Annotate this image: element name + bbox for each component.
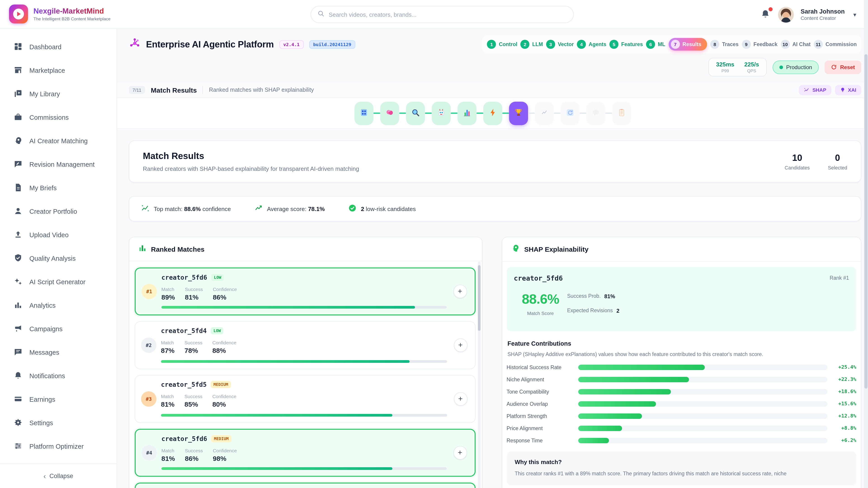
why-match-title: Why this match? [515,459,848,465]
brain-icon [385,108,394,119]
user-cluster: Sarah Johnson Content Creator ▾ [761,0,856,29]
sidebar-item-label: Notifications [29,372,65,380]
tune-icon [13,441,23,452]
search-input[interactable] [329,11,567,18]
feature-row-historical-success-rate: Historical Success Rate +25.4% [506,364,856,370]
sidebar-item-quality-analysis[interactable]: Quality Analysis [0,247,117,270]
sidebar-item-campaigns[interactable]: Campaigns [0,317,117,341]
sidebar-item-dashboard[interactable]: Dashboard [0,35,117,59]
clipboard-icon [617,108,626,119]
trophy-icon [514,108,523,119]
rank-card-3[interactable]: #3 creator_5fd5 MEDIUM Match81% Success8… [135,375,475,423]
magnifier-icon [411,108,420,119]
hub-icon [129,37,141,51]
pipeline-brain-icon[interactable] [380,101,399,125]
sidebar-item-ai-creator-matching[interactable]: AI Creator Matching [0,129,117,153]
sidebar-item-label: Platform Optimizer [29,443,84,450]
control-panel-icon [359,108,368,119]
pipeline-magnifier-icon[interactable] [406,101,425,125]
chart-up-icon [539,108,549,119]
sidebar-item-settings[interactable]: Settings [0,411,117,435]
match-progress-track [161,306,446,308]
speech-icon [591,108,600,119]
average-score-insight: Average score: 78.1% [254,204,324,214]
add-candidate-button[interactable]: + [454,338,467,352]
list-scrollbar[interactable] [477,262,480,488]
sidebar-item-notifications[interactable]: Notifications [0,364,117,388]
step-ai-chat[interactable]: 10 AI Chat [780,40,811,49]
confidence-value: 86% [213,293,237,301]
expected-revisions-value: 2 [616,308,619,314]
rank-card-4[interactable]: #4 creator_5fd6 MEDIUM Match81% Success8… [135,429,475,477]
rank-badge: #1 [142,284,157,299]
creator-name: creator_5fd6 [161,274,207,281]
rank-card-5[interactable]: #5 creator_5fd6 MEDIUM Match Success Con… [135,483,475,488]
page-scrollbar-thumb[interactable] [864,54,868,389]
step-control[interactable]: 1 Control [487,40,518,49]
match-progress-fill [161,306,415,308]
p99-label: P99 [716,68,735,73]
add-candidate-button[interactable]: + [454,392,467,406]
pipeline-clipboard-icon[interactable] [612,101,631,125]
pipeline-lightning-icon[interactable] [483,101,502,125]
sidebar-item-commissions[interactable]: Commissions [0,106,117,129]
sidebar-item-messages[interactable]: Messages [0,341,117,364]
step-agents[interactable]: 4 Agents [577,40,606,49]
pipeline-strip [117,98,868,129]
sidebar-item-upload-video[interactable]: Upload Video [0,223,117,247]
pipeline-robot-icon[interactable] [432,101,451,125]
chevron-down-icon[interactable]: ▾ [853,11,856,18]
pipeline-refresh-icon[interactable] [560,101,579,125]
step-llm[interactable]: 2 LLM [521,40,543,49]
sidebar-item-label: My Library [29,90,60,98]
contribution-track [578,437,827,443]
step-vector[interactable]: 3 Vector [546,40,574,49]
confidence-value: 98% [213,455,237,462]
sidebar-item-creator-portfolio[interactable]: Creator Portfolio [0,200,117,223]
pipeline-control-panel-icon[interactable] [354,101,373,125]
pipeline-trophy-icon[interactable] [509,101,528,125]
pipeline-chart-bars-icon[interactable] [457,101,476,125]
sidebar-item-analytics[interactable]: Analytics [0,294,117,317]
pipeline-chart-up-icon[interactable] [535,101,554,125]
sidebar-item-revision-management[interactable]: Revision Management [0,153,117,176]
contribution-value: +18.6% [832,389,856,394]
robot-icon [436,108,445,119]
sidebar-item-my-library[interactable]: My Library [0,82,117,106]
sidebar-item-earnings[interactable]: Earnings [0,388,117,411]
step-feedback[interactable]: 9 Feedback [742,40,777,49]
sidebar: Dashboard Marketplace My Library Commiss… [0,29,117,488]
add-candidate-button[interactable]: + [453,285,467,298]
stage-title: Match Results [151,86,197,94]
sidebar-item-platform-optimizer[interactable]: Platform Optimizer [0,435,117,458]
shield-check-icon [13,253,23,264]
sidebar-item-ai-script-generator[interactable]: AI Script Generator [0,270,117,294]
reset-button[interactable]: Reset [825,60,861,74]
feature-contributions-desc: SHAP (SHapley Additive exPlanations) val… [507,352,856,357]
step-progress-chip: 7/11 [129,86,145,94]
notifications-bell-icon[interactable] [761,9,771,20]
sidebar-item-my-briefs[interactable]: My Briefs [0,176,117,200]
page-scrollbar[interactable] [864,0,868,488]
qps-label: QPS [744,68,759,73]
confidence-value: 80% [212,400,236,408]
risk-badge: MEDIUM [211,381,231,388]
step-commission[interactable]: 11 Commission [814,40,857,49]
step-features[interactable]: 5 Features [610,40,643,49]
rank-card-2[interactable]: #2 creator_5fd4 LOW Match87% Success78% … [135,321,475,369]
add-candidate-button[interactable]: + [453,446,467,459]
success-value: 81% [185,293,203,301]
avatar[interactable] [778,6,794,22]
step-ml[interactable]: 6 ML [646,40,665,49]
sidebar-item-marketplace[interactable]: Marketplace [0,59,117,82]
step-traces[interactable]: 8 Traces [710,40,739,49]
list-scrollbar-thumb[interactable] [477,265,480,331]
rank-card-1[interactable]: #1 creator_5fd6 LOW Match89% Success81% … [135,267,475,315]
contribution-track [578,389,827,394]
pipeline-speech-icon[interactable] [586,101,605,125]
contribution-fill [578,377,689,382]
collapse-button[interactable]: ‹ Collapse [0,464,117,488]
search-box[interactable] [311,6,574,23]
step-results[interactable]: 7 Results [669,38,707,51]
contribution-track [578,364,827,370]
